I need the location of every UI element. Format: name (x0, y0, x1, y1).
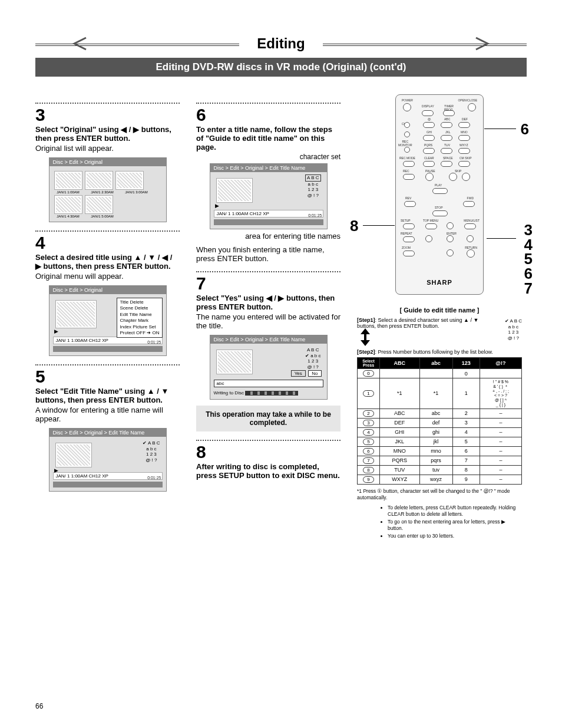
table-row: 3DEFdef3– (358, 418, 522, 427)
charset-row: a b c (305, 182, 320, 187)
guide-step2-text: : Press Number buttons following by the … (375, 349, 494, 355)
screen-edit-title-7: Disc > Edit > Original > Edit Title Name… (210, 335, 328, 400)
charset-row: @ ! ? (305, 364, 321, 370)
step-5-body: A window for entering a title name will … (35, 406, 180, 423)
screen-path: Disc > Edit > Original (49, 286, 166, 294)
guide-step1: [Step1]: Select a desired character set … (357, 317, 495, 329)
guide-charset: ✔ A B C a b c 1 2 3 @ ! ? (505, 318, 522, 341)
remote-brand: SHARP (396, 279, 483, 286)
screen-path: Disc > Edit > Original > Edit Title Name (210, 335, 327, 344)
option-yes: Yes (291, 370, 306, 377)
popup-item: Edit Title Name (120, 312, 159, 318)
thumb-label: JAN/1 4:30AM (53, 215, 84, 218)
thumb-label: JAN/1 3:00AM (121, 190, 152, 194)
table-row: 1*1*11! " # $ % & ' ( ) ＊ + , - . / : ; … (358, 378, 522, 409)
up-down-arrow-icon (357, 327, 373, 347)
remote-diagram: POWER OPEN/CLOSE DISPLAY TIMERPROG. @.AB… (363, 94, 516, 295)
col-head: @!? (480, 358, 521, 369)
svg-marker-0 (361, 328, 370, 346)
footnote-star: *1 Press ① button, character set will be… (357, 488, 522, 501)
step-8-number: 8 (196, 443, 340, 461)
table-row: 2ABCabc2– (358, 409, 522, 418)
popup-item: Scene Delete (120, 305, 159, 311)
guide-step1-text: : Select a desired character set using ▲… (357, 317, 478, 329)
charset-row: @ ! ? (143, 457, 160, 463)
callout-3: 3 (524, 223, 533, 238)
remote-control: POWER OPEN/CLOSE DISPLAY TIMERPROG. @.AB… (395, 94, 484, 295)
screen-path: Disc > Edit > Original > Edit Title Name (49, 429, 166, 437)
step-4-body: Original menu will appear. (35, 272, 180, 281)
col-head: abc (419, 358, 452, 369)
label-entry-area: area for entering title names (196, 232, 340, 241)
input-title: abc (214, 380, 323, 387)
guide-note: You can enter up to 30 letters. (388, 533, 522, 539)
time-bar (214, 219, 323, 225)
screen-original-list: Disc > Edit > Original JAN/1 1:00AM JAN/… (49, 157, 167, 222)
col-head: 123 (452, 358, 480, 369)
page-subtitle: Editing DVD-RW discs in VR mode (Origina… (35, 58, 527, 77)
charset-row: 1 2 3 (305, 358, 321, 364)
info-line: JAN/ 1 1:00AM CH12 XP (53, 472, 163, 480)
time-bar (53, 346, 163, 352)
popup-item: Protect OFF ➔ ON (120, 330, 159, 336)
step-6-body2: When you finish entering a title name, p… (196, 245, 340, 263)
popup-item: Chapter Mark (120, 318, 159, 324)
step-8-title: After writing to disc is completed, pres… (196, 462, 340, 480)
charset-row: a b c (143, 446, 160, 452)
progress-bar (245, 391, 298, 396)
screen-edit-title-6: Disc > Edit > Original > Edit Title Name… (210, 163, 328, 229)
step-5-title: Select "Edit Title Name" using ▲ / ▼ but… (35, 387, 180, 404)
step-3-body: Original list will appear. (35, 144, 180, 153)
step-4-number: 4 (35, 234, 180, 252)
table-row: 6MNOmno6– (358, 446, 522, 456)
callout-8: 8 (350, 217, 358, 235)
charset-row: A B C (148, 440, 160, 446)
popup-menu: Title Delete Scene Delete Edit Title Nam… (117, 298, 162, 338)
charset-row: A B C (305, 347, 321, 353)
callout-7: 7 (524, 281, 533, 296)
guide-step2-label: [Step2] (357, 349, 375, 355)
col-corner: Select Press (358, 358, 380, 369)
step-3-title: Select "Original" using ◀ / ▶ buttons, t… (35, 125, 180, 143)
charset-list: ✔ A B C a b c 1 2 3 @ ! ? (143, 440, 160, 463)
popup-item: Title Delete (120, 299, 159, 305)
info-line: JAN/ 1 1:00AM CH12 XP (214, 210, 323, 218)
guide-step1-label: [Step1] (357, 317, 375, 323)
charset-list: A B C ✔ a b c 1 2 3 @ ! ? (305, 347, 321, 370)
writing-label: Writing to Disc (214, 390, 244, 396)
charset-row: A B C (305, 174, 320, 182)
step-7-number: 7 (196, 275, 340, 292)
guide-title: [ Guide to edit title name ] (357, 307, 522, 314)
table-row: 7PQRSpqrs7– (358, 456, 522, 465)
label-charset: character set (196, 153, 340, 161)
table-row: 00 (358, 369, 522, 378)
table-row: 4GHIghi4– (358, 427, 522, 437)
step-6-title: To enter a title name, follow the steps … (196, 125, 340, 151)
guide-note: To delete letters, press CLEAR button re… (388, 505, 522, 518)
charset-list: A B C a b c 1 2 3 @ ! ? (305, 174, 320, 198)
table-row: 5JKLjkl5– (358, 437, 522, 446)
callout-6: 6 (521, 120, 529, 139)
character-table: Select Press ABC abc 123 @!? 001*1*11! "… (357, 357, 522, 484)
page-number: 66 (35, 702, 43, 710)
page-title: Editing (239, 35, 322, 52)
table-row: 8TUVtuv8– (358, 465, 522, 475)
charset-row: a b c (310, 353, 320, 358)
time-bar (53, 482, 163, 487)
guide-note: To go on to the next entering area for l… (388, 519, 522, 532)
note-box: This operation may take a while to be co… (196, 406, 340, 431)
screen-path: Disc > Edit > Original > Edit Title Name (210, 164, 327, 172)
popup-item: Index Picture Set (120, 324, 159, 330)
guide-step2: [Step2]: Press Number buttons following … (357, 349, 522, 355)
screen-original-menu: Disc > Edit > Original ▶ Title Delete Sc… (49, 285, 167, 356)
screen-path: Disc > Edit > Original (49, 158, 166, 166)
table-row: 9WXYZwxyz9– (358, 475, 522, 484)
screen-edit-title-5: Disc > Edit > Original > Edit Title Name… (49, 428, 167, 492)
thumb-label: JAN/1 5:00AM (87, 215, 118, 218)
step-5-number: 5 (35, 368, 180, 386)
charset-row: @ ! ? (305, 193, 320, 199)
charset-row: 1 2 3 (143, 452, 160, 457)
col-head: ABC (380, 358, 420, 369)
guide-notes: To delete letters, press CLEAR button re… (357, 505, 522, 539)
step-4-title: Select a desired title using ▲ / ▼ / ◀ /… (35, 253, 180, 271)
